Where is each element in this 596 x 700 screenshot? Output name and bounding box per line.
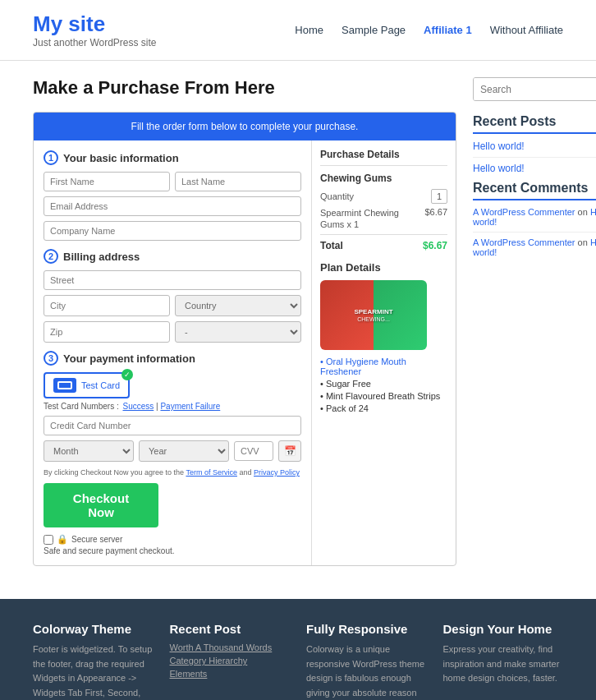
footer-dark: Colorway Theme Footer is widgetized. To …	[0, 599, 596, 700]
terms-link[interactable]: Term of Service	[186, 468, 237, 477]
site-branding: My site Just another WordPress site	[33, 12, 157, 48]
search-box: 🔍	[473, 77, 596, 101]
comment-2-on: on	[578, 237, 588, 247]
card-icon-inner	[57, 381, 72, 389]
footer-col3-title: Fully Responsive	[306, 622, 427, 636]
footer-col1: Colorway Theme Footer is widgetized. To …	[33, 622, 154, 700]
city-input[interactable]	[44, 295, 170, 316]
step3-header: 3 Your payment information	[44, 351, 301, 366]
lock-icon: 🔒	[57, 534, 68, 545]
plan-features: • Oral Hygiene Mouth Freshener • Sugar F…	[320, 357, 447, 413]
nav-affiliate1[interactable]: Affiliate 1	[424, 24, 472, 36]
month-select[interactable]: Month	[44, 440, 134, 462]
name-row	[44, 172, 301, 191]
city-country-row: Country	[44, 295, 301, 316]
month-row: Month Year 📅	[44, 440, 301, 462]
search-input[interactable]	[474, 78, 596, 100]
item-row: Spearmint Chewing Gums x 1 $6.67	[320, 207, 447, 231]
recent-post-2[interactable]: Hello world!	[473, 163, 596, 174]
nav-without-affiliate[interactable]: Without Affiliate	[490, 24, 563, 36]
feature-4: • Pack of 24	[320, 403, 447, 413]
step3-title: Your payment information	[63, 352, 195, 365]
first-name-input[interactable]	[44, 172, 170, 191]
footer-col2-link2[interactable]: Category Hierarchy	[170, 656, 291, 665]
plan-title: Plan Details	[320, 261, 447, 274]
company-input[interactable]	[44, 221, 301, 241]
footer-col2: Recent Post Worth A Thousand Words Categ…	[170, 622, 291, 700]
step3-num: 3	[44, 351, 58, 366]
nav-sample-page[interactable]: Sample Page	[342, 24, 406, 36]
credit-card-row	[44, 416, 301, 435]
gum-image: SPEARMINT CHEWING...	[320, 280, 427, 350]
comment-2-author[interactable]: A WordPress Commenter	[473, 237, 575, 247]
secure-checkbox[interactable]	[44, 535, 53, 545]
purchase-title: Purchase Details	[320, 149, 447, 166]
step2-header: 2 Billing address	[44, 249, 301, 264]
step2-title: Billing address	[63, 251, 140, 263]
quantity-row: Quantity 1	[320, 189, 447, 204]
footer-col2-link3[interactable]: Elements	[170, 669, 291, 679]
purchase-section: Purchase Details Chewing Gums Quantity 1…	[312, 140, 456, 565]
payment-failure-link[interactable]: Payment Failure	[160, 402, 220, 411]
secure-subtext: Safe and secure payment checkout.	[44, 546, 301, 555]
recent-comments-title: Recent Comments	[473, 181, 596, 200]
content-area: Make a Purchase From Here Fill the order…	[33, 77, 456, 566]
comment-1-author[interactable]: A WordPress Commenter	[473, 207, 575, 217]
footer-col1-title: Colorway Theme	[33, 622, 154, 636]
gum-brand-label: SPEARMINT	[354, 307, 392, 316]
secure-label: Secure server	[71, 535, 122, 544]
zip-extra-select[interactable]: -	[175, 321, 301, 343]
quantity-label: Quantity	[320, 191, 354, 201]
total-label: Total	[320, 240, 343, 251]
feature-1: • Oral Hygiene Mouth Freshener	[320, 357, 447, 376]
product-name: Chewing Gums	[320, 173, 447, 184]
footer-col4-title: Design Your Home	[443, 622, 564, 636]
step1-header: 1 Your basic information	[44, 150, 301, 165]
last-name-input[interactable]	[175, 172, 301, 191]
card-icon	[53, 378, 76, 393]
comment-1-on: on	[578, 207, 588, 217]
quantity-box: 1	[431, 189, 447, 204]
year-select[interactable]: Year	[139, 440, 229, 462]
cvv-input[interactable]	[234, 441, 273, 461]
item-label: Spearmint Chewing Gums x 1	[320, 207, 402, 231]
calendar-icon[interactable]: 📅	[278, 440, 301, 462]
checkout-button[interactable]: Checkout Now	[44, 483, 158, 527]
footer-col1-text: Footer is widgetized. To setup the foote…	[33, 642, 154, 700]
sidebar: 🔍 Recent Posts Hello world! Hello world!…	[473, 77, 596, 566]
recent-posts-title: Recent Posts	[473, 114, 596, 134]
form-section: 1 Your basic information	[34, 140, 312, 565]
footer-col4-text: Express your creativity, find inspiratio…	[443, 642, 564, 686]
main-container: Make a Purchase From Here Fill the order…	[0, 61, 596, 583]
header: My site Just another WordPress site Home…	[0, 0, 596, 61]
footer-col3: Fully Responsive Colorway is a unique re…	[306, 622, 427, 700]
total-row: Total $6.67	[320, 234, 447, 251]
email-input[interactable]	[44, 196, 301, 216]
email-row	[44, 196, 301, 216]
test-card-nums: Test Card Numbers : Success | Payment Fa…	[44, 402, 301, 411]
divider1	[473, 157, 596, 158]
test-card-button[interactable]: Test Card ✓	[44, 372, 130, 398]
zip-input[interactable]	[44, 321, 170, 343]
footer-col4: Design Your Home Express your creativity…	[443, 622, 564, 700]
terms-text: By clicking Checkout Now you agree to th…	[44, 468, 301, 477]
step1-num: 1	[44, 150, 58, 165]
credit-card-input[interactable]	[44, 416, 301, 435]
feature-2: • Sugar Free	[320, 379, 447, 389]
page-title: Make a Purchase From Here	[33, 77, 456, 99]
step1-title: Your basic information	[63, 152, 179, 164]
footer-col2-link1[interactable]: Worth A Thousand Words	[170, 642, 291, 652]
site-tagline: Just another WordPress site	[33, 37, 157, 48]
comment-2: A WordPress Commenter on Hello world!	[473, 237, 596, 257]
street-row	[44, 270, 301, 290]
item-price: $6.67	[424, 207, 447, 231]
success-link[interactable]: Success	[122, 402, 154, 411]
country-select[interactable]: Country	[175, 295, 301, 316]
company-row	[44, 221, 301, 241]
checkmark-icon: ✓	[121, 369, 133, 380]
recent-post-1[interactable]: Hello world!	[473, 140, 596, 152]
street-input[interactable]	[44, 270, 301, 290]
privacy-link[interactable]: Privacy Policy	[254, 468, 300, 477]
gum-sublabel: CHEWING...	[357, 316, 390, 322]
nav-home[interactable]: Home	[295, 24, 323, 36]
